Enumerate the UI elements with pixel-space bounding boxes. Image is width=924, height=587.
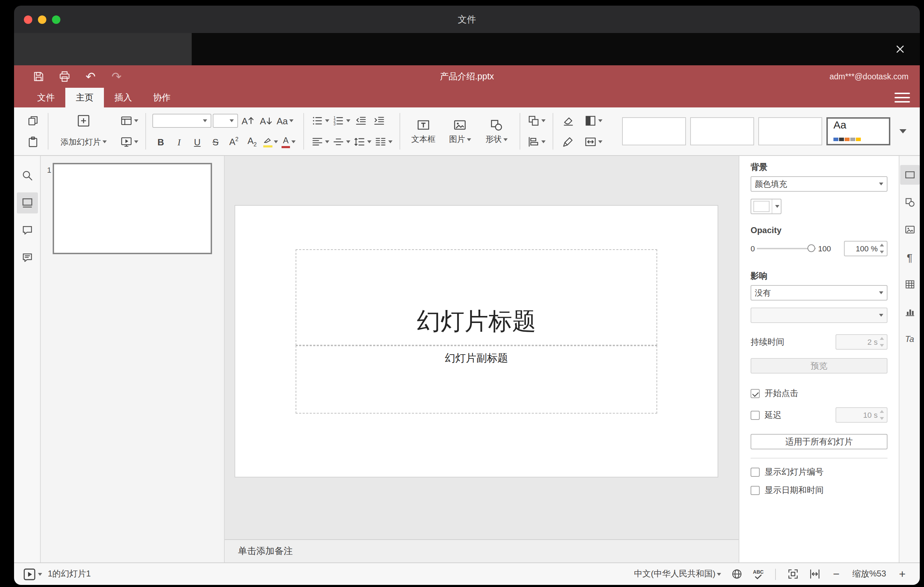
- zoom-out-button[interactable]: −: [828, 566, 844, 582]
- background-color-picker[interactable]: [751, 199, 782, 214]
- font-group: A A Aa B I U S: [149, 112, 300, 151]
- feedback-button[interactable]: [16, 247, 38, 268]
- arrange-shape-button[interactable]: [526, 112, 546, 129]
- paragraph-settings-tab[interactable]: ¶: [900, 247, 919, 267]
- undo-button[interactable]: ↶: [83, 69, 98, 84]
- menu-button[interactable]: [894, 91, 910, 104]
- zoom-in-button[interactable]: +: [894, 566, 910, 582]
- slide-layout-icon: [120, 114, 133, 127]
- slides-panel-button[interactable]: [16, 192, 38, 213]
- theme-option-2[interactable]: [690, 117, 754, 145]
- theme-gallery-expand-button[interactable]: [894, 117, 911, 145]
- italic-button[interactable]: I: [171, 134, 188, 150]
- mac-zoom-icon[interactable]: [52, 15, 60, 23]
- language-selector[interactable]: 中文(中华人民共和国): [633, 566, 723, 582]
- save-button[interactable]: [31, 69, 46, 84]
- background-fill-select[interactable]: 颜色填充: [751, 176, 888, 192]
- search-button[interactable]: [16, 165, 38, 186]
- insert-shape-button[interactable]: 形状: [480, 113, 513, 150]
- document-language-button[interactable]: [729, 566, 744, 582]
- image-settings-tab[interactable]: [900, 220, 919, 239]
- slide-size-button[interactable]: [584, 134, 603, 150]
- fit-slide-button[interactable]: [785, 566, 800, 582]
- preview-button[interactable]: 预览: [751, 358, 888, 374]
- comments-button[interactable]: [16, 220, 38, 241]
- subscript-button[interactable]: A2: [244, 134, 261, 150]
- show-date-time-checkbox[interactable]: [751, 486, 760, 495]
- opacity-value-spinner[interactable]: 100 %: [844, 241, 888, 256]
- line-spacing-icon: [353, 135, 366, 148]
- subtitle-placeholder[interactable]: 幻灯片副标题: [295, 345, 657, 414]
- opacity-slider[interactable]: [757, 244, 816, 254]
- insert-image-button[interactable]: 图片: [443, 113, 477, 150]
- change-case-button[interactable]: Aa: [276, 112, 294, 129]
- theme-option-3[interactable]: [758, 117, 822, 145]
- effect-select[interactable]: 没有: [751, 285, 888, 300]
- add-slide-button[interactable]: 添加幻灯片: [60, 135, 107, 148]
- start-slideshow-button[interactable]: [119, 134, 139, 150]
- insert-textbox-button[interactable]: 文本框: [406, 113, 440, 150]
- slide-settings-tab[interactable]: [900, 165, 919, 185]
- print-button[interactable]: [57, 69, 72, 84]
- paste-button[interactable]: [25, 134, 41, 150]
- mac-titlebar: 文件: [14, 6, 920, 33]
- bold-button[interactable]: B: [152, 134, 169, 150]
- numbering-button[interactable]: 1 2 3: [332, 112, 351, 129]
- textart-settings-tab[interactable]: Ta: [900, 329, 919, 349]
- align-shape-button[interactable]: [526, 134, 546, 150]
- start-on-click-checkbox[interactable]: [751, 389, 760, 398]
- show-slide-number-checkbox[interactable]: [751, 468, 760, 477]
- mac-minimize-icon[interactable]: [38, 15, 46, 23]
- duration-spinner[interactable]: 2 s: [835, 334, 888, 350]
- horizontal-align-button[interactable]: [310, 134, 330, 150]
- increase-indent-button[interactable]: [371, 112, 388, 129]
- font-color-button[interactable]: A: [280, 134, 297, 150]
- clear-style-button[interactable]: [559, 112, 576, 129]
- color-scheme-button[interactable]: [584, 112, 603, 129]
- font-name-select[interactable]: [152, 114, 211, 128]
- underline-button[interactable]: U: [189, 134, 206, 150]
- fit-width-button[interactable]: [807, 566, 822, 582]
- shape-settings-tab[interactable]: [900, 192, 919, 212]
- close-button[interactable]: [890, 39, 910, 59]
- start-slideshow-status-button[interactable]: [21, 566, 43, 582]
- superscript-button[interactable]: A2: [225, 134, 242, 150]
- strikethrough-button[interactable]: S: [207, 134, 224, 150]
- tab-file[interactable]: 文件: [27, 88, 65, 107]
- slide-thumbnail-1[interactable]: [53, 163, 212, 254]
- tab-collaboration[interactable]: 协作: [142, 88, 181, 107]
- redo-button[interactable]: ↷: [109, 69, 124, 84]
- delay-row: 延迟 10 s: [751, 407, 888, 423]
- columns-button[interactable]: [373, 134, 393, 150]
- decrease-indent-button[interactable]: [353, 112, 369, 129]
- increase-font-button[interactable]: A: [239, 112, 256, 129]
- tab-home[interactable]: 主页: [65, 88, 104, 107]
- effect-type-select[interactable]: [751, 308, 888, 323]
- spellcheck-button[interactable]: ABC: [751, 566, 766, 582]
- copy-style-button[interactable]: [559, 134, 576, 150]
- font-size-select[interactable]: [213, 114, 238, 128]
- line-spacing-button[interactable]: [353, 134, 372, 150]
- tab-insert[interactable]: 插入: [104, 88, 142, 107]
- theme-option-1[interactable]: [622, 117, 686, 145]
- chevron-down-icon: [503, 138, 507, 141]
- slide-canvas[interactable]: 幻灯片标题 幻灯片副标题: [235, 206, 718, 477]
- table-settings-tab[interactable]: [900, 275, 919, 294]
- mac-close-icon[interactable]: [24, 15, 32, 23]
- copy-button[interactable]: [25, 112, 41, 129]
- title-placeholder[interactable]: 幻灯片标题: [295, 249, 657, 345]
- bullets-button[interactable]: [310, 112, 330, 129]
- vertical-align-button[interactable]: [332, 134, 351, 150]
- apply-to-all-button[interactable]: 适用于所有幻灯片: [751, 434, 888, 449]
- minus-icon: −: [833, 569, 840, 580]
- delay-spinner[interactable]: 10 s: [835, 407, 888, 423]
- highlight-color-button[interactable]: [262, 134, 279, 150]
- chart-settings-tab[interactable]: [900, 302, 919, 322]
- theme-option-selected[interactable]: Aa: [827, 117, 890, 145]
- notes-area[interactable]: 单击添加备注: [225, 539, 739, 562]
- slider-knob[interactable]: [807, 244, 815, 252]
- decrease-font-button[interactable]: A: [258, 112, 274, 129]
- slide-layout-button[interactable]: [119, 112, 139, 129]
- delay-checkbox[interactable]: [751, 411, 760, 420]
- opacity-slider-row: 0 100 100 %: [751, 241, 888, 256]
